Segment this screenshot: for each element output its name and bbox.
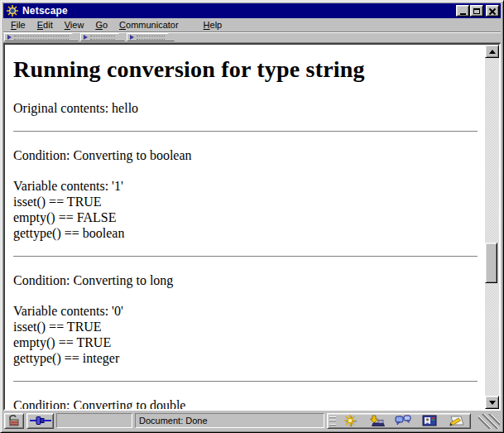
composer-icon — [448, 415, 464, 426]
composer-button[interactable] — [444, 415, 468, 427]
original-contents-line: Original contents: hello — [13, 100, 478, 116]
netscape-logo-icon — [5, 4, 20, 17]
netscape-window: Netscape File Edit View Go Communicator … — [0, 0, 504, 433]
address-book-icon — [422, 415, 437, 426]
close-icon — [489, 8, 496, 14]
results-block: Variable contents: '1' isset() == TRUE e… — [13, 178, 478, 241]
scrollbar-thumb[interactable] — [485, 243, 497, 283]
menu-help[interactable]: Help — [198, 18, 228, 31]
divider — [13, 256, 478, 257]
minimize-button[interactable] — [456, 5, 469, 17]
maximize-icon — [473, 8, 480, 14]
result-line: isset() == TRUE — [13, 195, 102, 209]
results-block: Variable contents: '0' isset() == TRUE e… — [13, 303, 478, 366]
condition-line: Condition: Converting to double — [13, 397, 478, 409]
divider — [13, 131, 478, 132]
discussions-button[interactable] — [391, 415, 415, 427]
collapsed-toolbars — [3, 32, 501, 43]
down-arrow-icon — [489, 401, 496, 405]
component-bar — [327, 413, 471, 429]
collapsed-navigation-toolbar[interactable] — [4, 33, 79, 41]
result-line: gettype() == integer — [13, 351, 119, 365]
result-line: gettype() == boolean — [13, 226, 124, 240]
scroll-up-button[interactable] — [485, 45, 499, 58]
expand-arrow-icon — [7, 35, 12, 40]
result-line: empty() == TRUE — [13, 335, 111, 349]
menu-edit[interactable]: Edit — [31, 18, 59, 31]
condition-line: Condition: Converting to long — [13, 272, 478, 288]
browser-viewport: Running conversion for type string Origi… — [3, 43, 501, 411]
menu-bar: File Edit View Go Communicator Help — [3, 18, 501, 32]
address-book-button[interactable] — [417, 415, 442, 427]
security-button[interactable] — [4, 413, 24, 429]
menu-communicator[interactable]: Communicator — [113, 18, 185, 31]
scrollbar-track[interactable] — [485, 58, 499, 396]
divider — [13, 381, 478, 382]
result-line: Variable contents: '0' — [13, 304, 123, 318]
scroll-down-button[interactable] — [485, 396, 499, 409]
result-line: empty() == FALSE — [13, 210, 116, 224]
security-lock-icon — [7, 415, 21, 426]
result-line: Variable contents: '1' — [13, 179, 123, 193]
minimize-icon — [460, 13, 466, 15]
menu-file[interactable]: File — [5, 18, 31, 31]
discussions-icon — [395, 415, 411, 426]
condition-line: Condition: Converting to boolean — [13, 147, 478, 163]
online-status-button[interactable] — [26, 413, 54, 429]
progress-bar — [56, 413, 132, 428]
window-resize-grip[interactable] — [478, 414, 500, 429]
navigator-icon — [343, 415, 358, 427]
title-bar[interactable]: Netscape — [3, 3, 501, 18]
expand-arrow-icon — [130, 35, 134, 40]
menu-view[interactable]: View — [59, 18, 90, 31]
maximize-button[interactable] — [470, 5, 483, 17]
inbox-button[interactable] — [364, 415, 389, 427]
menu-go[interactable]: Go — [89, 18, 113, 31]
web-page-content: Running conversion for type string Origi… — [5, 45, 485, 409]
component-bar-grip[interactable] — [329, 416, 336, 426]
status-text: Document: Done — [139, 416, 208, 426]
inbox-icon — [368, 415, 385, 427]
vertical-scrollbar[interactable] — [485, 45, 499, 409]
status-message: Document: Done — [135, 413, 324, 428]
status-bar: Document: Done — [3, 411, 501, 430]
result-line: isset() == TRUE — [13, 320, 102, 334]
close-button[interactable] — [486, 5, 499, 17]
up-arrow-icon — [489, 50, 496, 54]
navigator-button[interactable] — [338, 415, 362, 427]
page-title: Running conversion for type string — [13, 56, 478, 83]
online-plug-icon — [30, 416, 51, 426]
collapsed-personal-toolbar[interactable] — [127, 33, 175, 41]
expand-arrow-icon — [84, 35, 88, 40]
window-title: Netscape — [22, 5, 455, 17]
collapsed-location-toolbar[interactable] — [80, 33, 125, 41]
